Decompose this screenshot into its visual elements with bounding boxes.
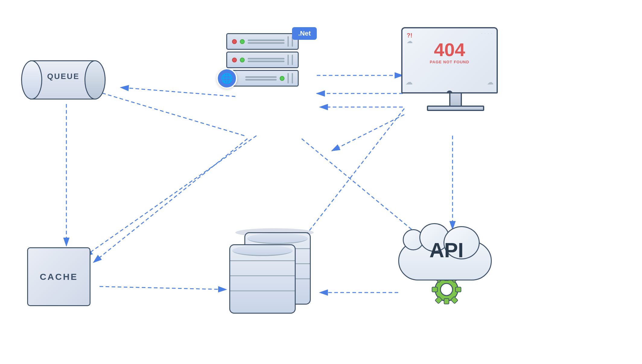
svg-point-27	[440, 283, 453, 296]
svg-line-11	[100, 286, 226, 290]
monitor-power-button	[447, 90, 453, 93]
cloud-left-top: ☁	[407, 37, 413, 45]
cloud-shape: API	[398, 223, 495, 283]
svg-line-17	[84, 136, 256, 256]
monitor-component: ?! · · · · ☁ ☁ ☁ 404 PAGE NOT FOUND	[401, 27, 510, 111]
svg-line-4	[121, 87, 235, 97]
globe-icon: 🌐	[221, 73, 233, 84]
server-rack-1	[226, 33, 299, 50]
diagram-container: QUEUE .Net	[0, 0, 642, 364]
cloud-left-bottom: ☁	[405, 78, 413, 86]
queue-component: QUEUE	[21, 60, 91, 100]
queue-label: QUEUE	[36, 72, 91, 81]
cache-label: CACHE	[40, 272, 78, 282]
monitor-neck	[449, 93, 462, 106]
dotnet-badge: .Net	[292, 27, 317, 40]
error-text: PAGE NOT FOUND	[402, 60, 497, 64]
svg-rect-20	[444, 299, 449, 304]
server-rack-2	[226, 52, 299, 68]
dot-red-1	[232, 39, 237, 44]
server-rack-3: 🌐	[226, 70, 299, 87]
svg-line-10	[94, 90, 244, 136]
svg-rect-22	[432, 287, 437, 292]
dot-red-2	[232, 58, 237, 62]
dot-green-1	[240, 39, 245, 44]
svg-line-9	[94, 139, 247, 262]
dot-green-3	[280, 76, 284, 81]
dots-decoration: · · · ·	[481, 32, 493, 35]
api-label: API	[398, 240, 495, 260]
cache-component: CACHE	[27, 247, 94, 306]
api-component: API	[392, 223, 501, 306]
svg-rect-21	[456, 287, 461, 292]
globe-badge: 🌐	[217, 68, 237, 89]
monitor-base	[427, 106, 484, 111]
monitor-screen: ?! · · · · ☁ ☁ ☁ 404 PAGE NOT FOUND	[401, 27, 498, 93]
cloud-right-bottom: ☁	[487, 78, 494, 86]
svg-line-8	[332, 115, 404, 151]
cache-box: CACHE	[27, 247, 91, 306]
server-component: .Net	[226, 33, 299, 87]
error-code: 404	[402, 40, 497, 59]
dot-green-2	[240, 58, 245, 62]
arrows-svg	[0, 0, 642, 364]
